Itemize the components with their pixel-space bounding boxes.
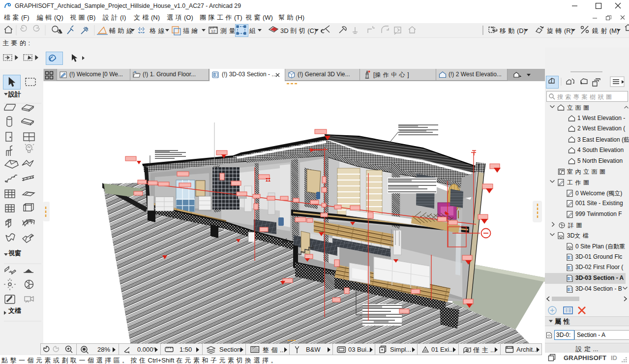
svg-text:12: 12: [211, 29, 215, 33]
